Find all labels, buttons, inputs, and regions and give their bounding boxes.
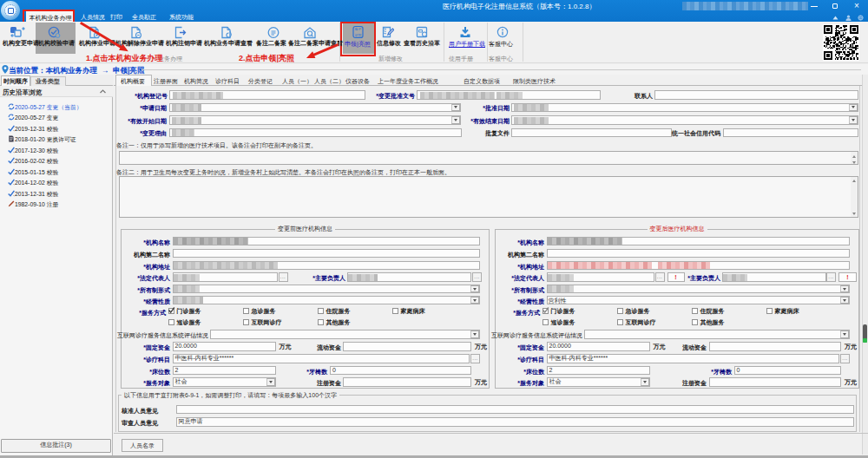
svg-text:证照: 证照: [354, 33, 361, 37]
svg-text:电子: 电子: [354, 27, 361, 31]
